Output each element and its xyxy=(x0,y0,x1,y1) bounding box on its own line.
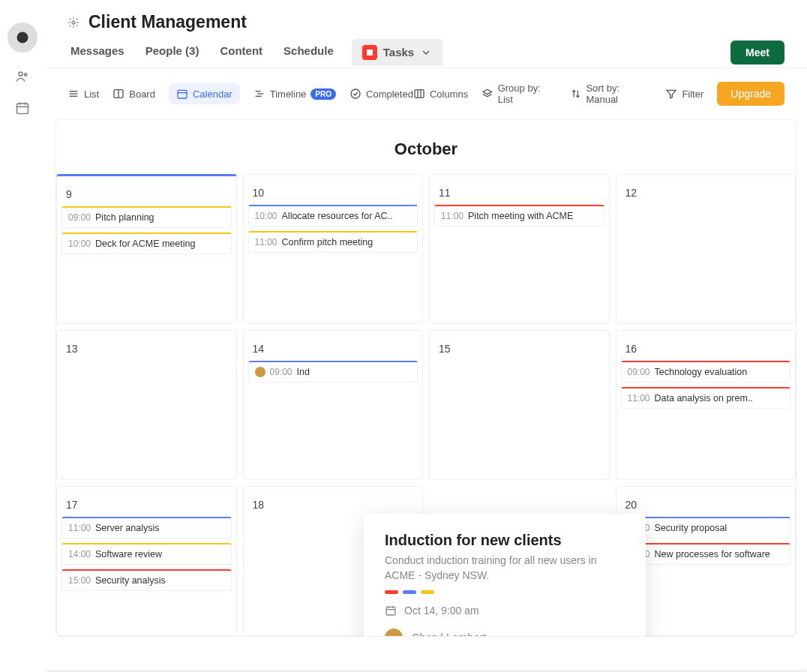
calendar-event[interactable]: 14:00Software review xyxy=(62,543,232,565)
tab-content[interactable]: Content xyxy=(217,37,266,68)
calendar-event[interactable]: 11:00Confirm pitch meeting xyxy=(248,231,418,253)
filter-icon xyxy=(665,88,677,100)
day-number: 15 xyxy=(430,338,609,361)
calendar-icon xyxy=(176,88,188,100)
popover-date-row: Oct 14, 9:00 am xyxy=(385,604,625,616)
event-text: Allocate resources for AC.. xyxy=(282,211,393,221)
chat-bubble-icon xyxy=(15,30,30,45)
calendar-event[interactable]: 11:00New processes for software xyxy=(621,543,791,565)
day-cell[interactable]: 1111:00Pitch meeting with ACME xyxy=(429,174,610,324)
group-by-button[interactable]: Group by: List xyxy=(482,82,556,105)
left-sidebar xyxy=(0,0,45,672)
day-cell[interactable]: 1609:00Technology evaluation11:00Data an… xyxy=(616,330,796,480)
svg-point-7 xyxy=(72,21,75,24)
svg-rect-20 xyxy=(415,90,424,98)
calendar-event[interactable]: 10:00Deck for ACME meeting xyxy=(62,232,232,254)
view-list[interactable]: List xyxy=(68,88,99,100)
event-text: Pitch meeting with ACME xyxy=(468,211,573,221)
day-number: 13 xyxy=(57,338,236,361)
popover-description: Conduct induction training for all new u… xyxy=(385,554,625,583)
event-time: 11:00 xyxy=(441,211,464,221)
svg-point-1 xyxy=(19,72,22,76)
tab-messages[interactable]: Messages xyxy=(68,37,128,68)
day-cell[interactable]: 15 xyxy=(429,330,610,480)
svg-rect-25 xyxy=(386,608,395,616)
event-time: 14:00 xyxy=(68,549,91,560)
avatar[interactable] xyxy=(8,22,38,52)
event-time: 15:00 xyxy=(68,575,91,586)
svg-rect-14 xyxy=(178,90,187,98)
tab-schedule[interactable]: Schedule xyxy=(280,37,337,68)
list-icon xyxy=(68,88,80,100)
view-board[interactable]: Board xyxy=(112,88,155,100)
event-time: 11:00 xyxy=(68,523,91,533)
pro-badge: PRO xyxy=(310,88,336,100)
assignee-avatar xyxy=(385,628,403,637)
group-by-label: Group by: List xyxy=(498,82,556,105)
calendar-event[interactable]: 09:00Security proposal xyxy=(621,517,791,538)
calendar-event[interactable]: 10:00Allocate resources for AC.. xyxy=(248,205,418,226)
event-text: Deck for ACME meeting xyxy=(95,238,195,249)
timeline-icon xyxy=(254,88,266,100)
calendar-event[interactable]: 09:00Pitch planning xyxy=(62,206,232,228)
calendar-event[interactable]: 09:00Ind xyxy=(248,361,418,382)
day-cell[interactable]: 1010:00Allocate resources for AC..11:00C… xyxy=(243,174,424,324)
day-cell[interactable]: 1409:00Ind xyxy=(243,330,424,480)
day-number: 9 xyxy=(57,184,236,206)
svg-point-2 xyxy=(25,74,27,76)
calendar-event[interactable]: 15:00Security analysis xyxy=(62,569,232,591)
event-time: 11:00 xyxy=(255,237,278,248)
tab-people[interactable]: People (3) xyxy=(142,37,202,68)
page-title: Client Management xyxy=(88,12,247,32)
view-calendar[interactable]: Calendar xyxy=(169,83,240,104)
upgrade-button[interactable]: Upgrade xyxy=(717,82,784,106)
calendar-event[interactable]: 11:00Server analysis xyxy=(62,517,232,538)
event-time: 11:00 xyxy=(628,393,650,404)
event-time: 09:00 xyxy=(68,212,91,223)
popover-date: Oct 14, 9:00 am xyxy=(404,604,479,616)
event-time: 09:00 xyxy=(270,367,292,377)
svg-marker-24 xyxy=(667,90,676,98)
view-completed[interactable]: Completed xyxy=(350,88,413,100)
event-text: Security proposal xyxy=(655,523,728,533)
day-number: 17 xyxy=(57,494,236,517)
columns-button[interactable]: Columns xyxy=(413,88,468,100)
day-number: 14 xyxy=(244,338,423,361)
calendar-event[interactable]: 11:00Data analysis on prem.. xyxy=(621,387,791,409)
day-cell[interactable]: 12 xyxy=(616,174,796,324)
event-text: Data analysis on prem.. xyxy=(655,393,753,404)
main-tabs: Messages People (3) Content Schedule Tas… xyxy=(68,37,442,68)
event-text: Software review xyxy=(95,549,162,560)
gear-icon[interactable] xyxy=(68,16,80,28)
event-text: Pitch planning xyxy=(95,212,154,223)
tab-tasks[interactable]: Tasks xyxy=(352,39,442,66)
view-calendar-label: Calendar xyxy=(193,88,232,100)
day-cell[interactable]: 1711:00Server analysis14:00Software revi… xyxy=(56,486,237,636)
svg-rect-8 xyxy=(367,50,373,56)
assignee-name: Cheryl Lambert xyxy=(412,632,486,637)
event-popover[interactable]: Induction for new clients Conduct induct… xyxy=(364,514,646,637)
tag-blue xyxy=(403,590,416,594)
people-icon[interactable] xyxy=(15,69,30,84)
popover-assignee-row: Cheryl Lambert xyxy=(385,628,625,637)
day-cell[interactable]: 909:00Pitch planning10:00Deck for ACME m… xyxy=(56,174,237,324)
day-number: 16 xyxy=(616,338,796,361)
svg-rect-3 xyxy=(17,104,28,113)
tasks-icon xyxy=(362,45,377,60)
calendar-event[interactable]: 11:00Pitch meeting with ACME xyxy=(434,205,604,226)
day-cell[interactable]: 13 xyxy=(56,330,237,480)
filter-button[interactable]: Filter xyxy=(665,88,704,100)
meet-button[interactable]: Meet xyxy=(730,40,784,64)
calendar-event[interactable]: 09:00Technology evaluation xyxy=(621,361,791,382)
view-timeline[interactable]: Timeline PRO xyxy=(254,88,336,100)
event-avatar xyxy=(255,367,266,377)
day-number: 11 xyxy=(430,182,609,205)
sort-by-button[interactable]: Sort by: Manual xyxy=(570,82,652,105)
day-number: 12 xyxy=(616,182,796,205)
tag-yellow xyxy=(421,590,434,594)
month-title: October xyxy=(56,120,796,174)
calendar-small-icon xyxy=(385,604,397,616)
svg-marker-23 xyxy=(483,89,492,94)
event-time: 10:00 xyxy=(68,238,91,249)
calendar-nav-icon[interactable] xyxy=(15,100,30,116)
